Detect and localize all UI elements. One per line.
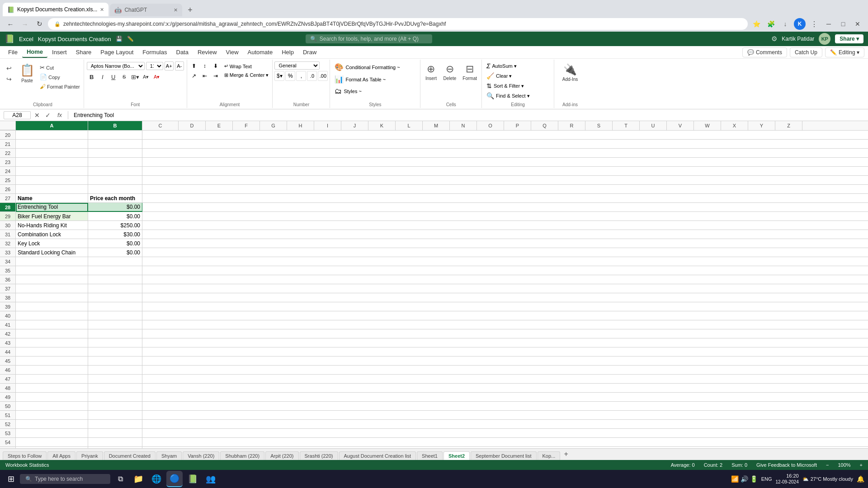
conditional-formatting-button[interactable]: 🎨 Conditional Formatting ~ [332, 61, 418, 73]
cell-B51[interactable] [88, 411, 142, 420]
cell-A34[interactable] [16, 257, 88, 266]
zoom-in-button[interactable]: + [860, 462, 863, 468]
formula-cancel-button[interactable]: ✕ [33, 111, 42, 120]
maximize-button[interactable]: □ [837, 18, 849, 30]
cell-A50[interactable] [16, 402, 88, 411]
settings-button[interactable]: ⋮ [808, 18, 820, 30]
menu-item-automate[interactable]: Automate [243, 47, 278, 57]
cell-B41[interactable] [88, 320, 142, 329]
cell-B48[interactable] [88, 384, 142, 393]
cell-A46[interactable] [16, 366, 88, 375]
cell-styles-button[interactable]: 🗂 Styles ~ [332, 86, 418, 97]
cell-A29[interactable]: Biker Fuel Energy Bar [16, 212, 88, 221]
catch-up-button[interactable]: Catch Up [790, 47, 822, 57]
col-header-W[interactable]: W [694, 121, 721, 130]
cell-B21[interactable] [88, 140, 142, 149]
cell-A23[interactable] [16, 158, 88, 167]
network-icon[interactable]: 📶 [731, 475, 739, 483]
taskbar-excel[interactable]: 📗 [184, 471, 201, 487]
sheet-tab-kop[interactable]: Kop... [538, 451, 561, 460]
cell-A37[interactable] [16, 284, 88, 293]
col-header-U[interactable]: U [640, 121, 667, 130]
volume-icon[interactable]: 🔊 [741, 475, 748, 483]
cell-B37[interactable] [88, 284, 142, 293]
cell-B33[interactable]: $0.00 [88, 248, 142, 257]
cell-A20[interactable] [16, 131, 88, 140]
copy-button[interactable]: 📄 Copy [38, 73, 82, 81]
redo-button[interactable]: ↪ [4, 74, 14, 84]
cell-B26[interactable] [88, 185, 142, 194]
sheet-tab-august[interactable]: August Document Creation list [339, 451, 416, 460]
cell-A38[interactable] [16, 293, 88, 302]
col-header-C[interactable]: C [142, 121, 179, 130]
sheet-tab-shyam[interactable]: Shyam [156, 451, 182, 460]
col-header-Z[interactable]: Z [775, 121, 802, 130]
borders-button[interactable]: ⊞▾ [130, 72, 140, 82]
increase-font-size-button[interactable]: A+ [165, 61, 174, 70]
insert-function-button[interactable]: fx [54, 111, 65, 120]
menu-item-share[interactable]: Share [71, 47, 96, 57]
cell-A43[interactable] [16, 338, 88, 347]
cell-A35[interactable] [16, 266, 88, 275]
clock[interactable]: 16:20 12-09-2024 [776, 473, 799, 484]
doc-save-icon[interactable]: 💾 [116, 36, 123, 42]
sheet-tab-arpit[interactable]: Arpit (220) [265, 451, 298, 460]
cell-B20[interactable] [88, 131, 142, 140]
font-color-button[interactable]: A▾ [152, 72, 162, 82]
paste-button[interactable]: 📋 Paste [17, 61, 37, 85]
cell-B28[interactable]: $0.00 [88, 203, 142, 212]
menu-item-help[interactable]: Help [277, 47, 298, 57]
col-header-D[interactable]: D [179, 121, 206, 130]
cell-A36[interactable] [16, 275, 88, 284]
cell-A47[interactable] [16, 375, 88, 384]
insert-button[interactable]: ⊕ Insert [422, 61, 439, 83]
cell-A25[interactable] [16, 176, 88, 185]
cell-B31[interactable]: $30.00 [88, 230, 142, 239]
downloads-button[interactable]: ↓ [779, 18, 791, 30]
back-button[interactable]: ← [5, 18, 16, 30]
percent-button[interactable]: % [285, 71, 295, 81]
sheet-tab-priyank[interactable]: Priyank [76, 451, 103, 460]
orient-button[interactable]: ↗ [189, 71, 199, 80]
cell-B54[interactable] [88, 438, 142, 447]
add-sheet-button[interactable]: + [561, 449, 571, 459]
sheet-tab-srashti[interactable]: Srashti (220) [300, 451, 338, 460]
cell-A52[interactable] [16, 420, 88, 429]
menu-item-page-layout[interactable]: Page Layout [96, 47, 138, 57]
col-header-X[interactable]: X [721, 121, 748, 130]
cell-B40[interactable] [88, 311, 142, 320]
cell-A53[interactable] [16, 429, 88, 438]
cell-A24[interactable] [16, 167, 88, 176]
format-painter-button[interactable]: 🖌 Format Painter [38, 82, 82, 91]
cell-B46[interactable] [88, 366, 142, 375]
cell-B42[interactable] [88, 329, 142, 338]
strikethrough-button[interactable]: S [119, 72, 129, 82]
align-bottom-button[interactable]: ⬇ [211, 61, 221, 70]
forward-button[interactable]: → [19, 18, 31, 30]
start-button[interactable]: ⊞ [4, 472, 18, 486]
format-as-table-button[interactable]: 📊 Format As Table ~ [332, 74, 418, 85]
cell-B25[interactable] [88, 176, 142, 185]
col-header-F[interactable]: F [233, 121, 260, 130]
sheet-tab-steps[interactable]: Steps to Follow [3, 451, 47, 460]
cell-A30[interactable]: No-Hands Riding Kit [16, 221, 88, 230]
cell-A33[interactable]: Standard Locking Chain [16, 248, 88, 257]
settings-office-icon[interactable]: ⚙ [771, 35, 777, 43]
tab-excel[interactable]: 📗 Kopyst Documents Creation.xls... ✕ [3, 3, 108, 16]
col-header-T[interactable]: T [613, 121, 640, 130]
undo-button[interactable]: ↩ [4, 63, 14, 73]
workbook-statistics-button[interactable]: Workbook Statistics [5, 462, 49, 468]
col-header-A[interactable]: A [16, 121, 88, 130]
cell-B45[interactable] [88, 357, 142, 366]
cell-A32[interactable]: Key Lock [16, 239, 88, 248]
indent-increase-button[interactable]: ⇥ [211, 71, 221, 80]
clear-button[interactable]: 🧹 Clear ▾ [484, 71, 552, 80]
new-tab-button[interactable]: + [184, 4, 196, 16]
formula-input[interactable] [71, 112, 864, 119]
cell-A40[interactable] [16, 311, 88, 320]
col-header-S[interactable]: S [585, 121, 613, 130]
cell-A45[interactable] [16, 357, 88, 366]
cell-B34[interactable] [88, 257, 142, 266]
font-family-select[interactable]: Aptos Narrow (Bo... [87, 62, 145, 70]
bookmark-button[interactable]: ⭐ [750, 18, 762, 30]
